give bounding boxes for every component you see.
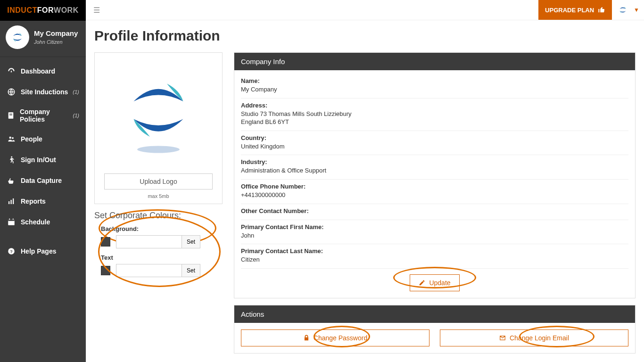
sidebar-item-schedule[interactable]: Schedule [0, 212, 86, 232]
svg-point-6 [11, 156, 12, 158]
sidebar-item-label: Reports [21, 197, 46, 205]
svg-rect-13 [13, 219, 14, 220]
sidebar-item-label: Schedule [21, 218, 50, 226]
thumbs-up-icon [598, 6, 605, 14]
info-row-industry: Industry: Administration & Office Suppor… [241, 155, 628, 180]
envelope-icon [499, 335, 506, 341]
lock-icon [303, 335, 310, 341]
change-password-button[interactable]: Change Password [241, 329, 429, 346]
walk-icon [7, 155, 16, 165]
svg-rect-12 [9, 219, 10, 220]
svg-rect-1 [8, 112, 14, 119]
background-set-button[interactable]: Set [182, 235, 200, 248]
hand-icon [7, 176, 16, 185]
svg-point-5 [12, 137, 14, 139]
company-logo-preview [104, 61, 213, 170]
sidebar-item-label: Dashboard [21, 67, 55, 75]
info-row-name: Name: My Company [241, 74, 628, 99]
svg-rect-11 [8, 220, 15, 221]
svg-rect-8 [11, 200, 12, 204]
actions-heading: Actions [234, 305, 635, 323]
app-logo-icon[interactable] [618, 5, 628, 15]
upload-max-note: max 5mb [148, 193, 169, 199]
calendar-icon [7, 217, 16, 227]
background-label: Background: [94, 223, 223, 234]
people-icon [7, 134, 16, 144]
svg-text:?: ? [10, 249, 13, 254]
sidebar-item-badge: (1) [73, 89, 79, 95]
company-block: My Company John Citizen [0, 21, 86, 57]
text-label: Text [94, 252, 223, 263]
info-row-country: Country: United Kingdom [241, 131, 628, 156]
sidebar-item-sign-in-out[interactable]: Sign In/Out [0, 149, 86, 170]
svg-rect-9 [13, 198, 14, 204]
sidebar-item-label: Site Inductions [21, 88, 68, 96]
brand-logo: INDUCTFOR WORK [0, 0, 86, 21]
sidebar-item-site-inductions[interactable]: Site Inductions (1) [0, 82, 86, 102]
info-row-other-contact: Other Contact Number: [241, 204, 628, 220]
svg-rect-3 [9, 115, 12, 115]
text-swatch[interactable] [101, 266, 110, 275]
svg-rect-7 [8, 201, 9, 204]
text-colour-input[interactable] [116, 264, 182, 277]
company-avatar [6, 25, 29, 49]
user-name: John Citizen [34, 39, 78, 45]
company-info-heading: Company Info [234, 53, 635, 70]
info-row-office-phone: Office Phone Number: +441300000000 [241, 180, 628, 204]
sidebar-item-people[interactable]: People [0, 129, 86, 149]
sidebar-item-label: Help Pages [21, 247, 56, 255]
company-name: My Company [34, 30, 78, 38]
page-title: Profile Information [94, 28, 636, 44]
upload-logo-button[interactable]: Upload Logo [104, 173, 213, 189]
sidebar-item-label: Company Policies [20, 108, 68, 123]
svg-rect-2 [9, 114, 12, 114]
svg-point-16 [137, 146, 180, 153]
background-colour-input[interactable] [116, 235, 182, 248]
svg-point-4 [9, 137, 12, 139]
sidebar-item-reports[interactable]: Reports [0, 191, 86, 212]
sidebar-item-dashboard[interactable]: Dashboard [0, 61, 86, 82]
sidebar-item-label: Sign In/Out [21, 156, 56, 164]
info-row-address: Address: Studio 73 Thomas Mills South Li… [241, 99, 628, 131]
sidebar-item-badge: (1) [73, 113, 79, 118]
corp-colours-heading: Set Corporate Colours: [94, 211, 223, 221]
sidebar-item-data-capture[interactable]: Data Capture [0, 170, 86, 191]
edit-icon [419, 280, 425, 286]
sidebar-item-company-policies[interactable]: Company Policies (1) [0, 102, 86, 129]
info-row-first-name: Primary Contact First Name: John [241, 220, 628, 245]
sidebar-item-label: People [21, 135, 42, 143]
document-icon [7, 111, 15, 120]
dashboard-icon [7, 66, 16, 76]
sidebar-item-help-pages[interactable]: ? Help Pages [0, 241, 86, 262]
update-button[interactable]: Update [410, 274, 459, 291]
text-set-button[interactable]: Set [182, 264, 200, 277]
hamburger-icon[interactable]: ☰ [91, 6, 100, 15]
upgrade-plan-button[interactable]: UPGRADE PLAN [538, 0, 612, 20]
info-row-last-name: Primary Contact Last Name: Citizen [241, 244, 628, 269]
background-swatch[interactable] [101, 237, 110, 247]
change-login-email-button[interactable]: Change Login Email [440, 329, 628, 346]
help-icon: ? [7, 247, 16, 256]
sidebar-item-label: Data Capture [21, 177, 62, 184]
bar-chart-icon [7, 197, 16, 206]
user-menu-caret-icon[interactable]: ▼ [634, 7, 639, 13]
globe-icon [7, 87, 16, 97]
